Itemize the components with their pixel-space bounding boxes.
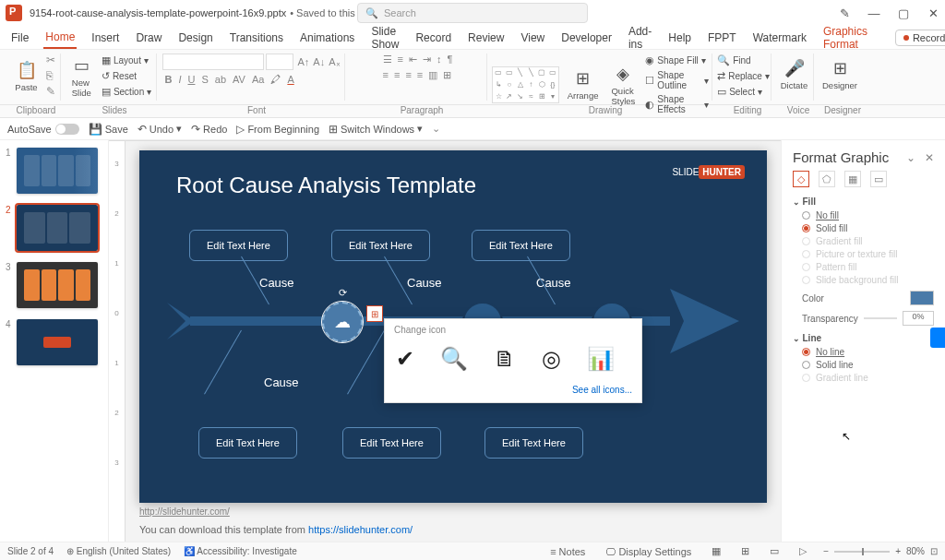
fit-to-window-icon[interactable]: ⊡ (930, 546, 938, 556)
tab-watermark[interactable]: Watermark (751, 28, 808, 48)
cause-label-2[interactable]: Cause (407, 276, 442, 290)
copy-icon[interactable]: ⎘ (46, 69, 55, 82)
indent-more-icon[interactable]: ⇥ (421, 54, 433, 66)
target-icon[interactable]: ◎ (542, 346, 561, 372)
line-solid[interactable]: Solid line (802, 360, 934, 370)
strike-icon[interactable]: S (199, 74, 209, 85)
numbering-icon[interactable]: ≡ (396, 54, 405, 66)
underline-icon[interactable]: U (186, 74, 197, 85)
graphic-options-button[interactable]: ⊞ (366, 305, 383, 322)
slide-counter[interactable]: Slide 2 of 4 (7, 546, 54, 556)
font-color-icon[interactable]: A (285, 74, 295, 85)
side-panel-tab[interactable] (930, 328, 945, 348)
font-family-dropdown[interactable] (162, 54, 264, 70)
undo-button[interactable]: ↶Undo ▾ (138, 123, 182, 136)
bullets-icon[interactable]: ☰ (381, 54, 394, 66)
line-spacing-icon[interactable]: ↕ (435, 54, 444, 66)
shape-outline-button[interactable]: ☐Shape Outline ▾ (643, 69, 710, 91)
minimize-icon[interactable]: — (867, 6, 880, 20)
fill-no-fill[interactable]: No fill (802, 210, 934, 220)
display-settings-button[interactable]: 🖵 Display Settings (602, 544, 695, 559)
color-swatch[interactable] (910, 291, 934, 305)
highlight-icon[interactable]: 🖍 (269, 74, 282, 85)
close-icon[interactable]: ✕ (927, 6, 939, 20)
zoom-in-icon[interactable]: + (895, 546, 901, 556)
layout-button[interactable]: ▦Layout ▾ (100, 54, 153, 67)
reset-button[interactable]: ↺Reset (100, 69, 153, 83)
effects-tab-icon[interactable]: ⬠ (819, 171, 835, 187)
file-name[interactable]: 9154-root-cause-analysis-template-powerp… (30, 7, 286, 18)
align-right-icon[interactable]: ≡ (403, 69, 413, 81)
redo-button[interactable]: ↷Redo (191, 123, 227, 136)
increase-font-icon[interactable]: A↑ (295, 56, 311, 67)
bold-icon[interactable]: B (162, 74, 173, 85)
justify-icon[interactable]: ≡ (415, 69, 425, 81)
tab-design[interactable]: Design (176, 28, 214, 48)
autosave-toggle[interactable]: AutoSave (7, 124, 79, 135)
magnifier-icon[interactable]: 🔍 (440, 346, 468, 372)
decrease-font-icon[interactable]: A↓ (311, 56, 327, 67)
textbox-3[interactable]: Edit Text Here (472, 230, 570, 261)
align-center-icon[interactable]: ≡ (392, 69, 401, 81)
accessibility-indicator[interactable]: ♿ Accessibility: Investigate (184, 546, 297, 556)
tab-animations[interactable]: Animations (298, 28, 356, 48)
fill-section-header[interactable]: Fill (793, 197, 934, 207)
select-button[interactable]: ▭Select ▾ (715, 85, 772, 99)
sorter-view-icon[interactable]: ⊞ (737, 543, 753, 559)
zoom-out-icon[interactable]: − (823, 546, 829, 556)
fill-solid[interactable]: Solid fill (802, 223, 934, 233)
find-button[interactable]: 🔍Find (715, 54, 772, 67)
notes-link[interactable]: https://slidehunter.com/ (308, 524, 413, 535)
italic-icon[interactable]: I (176, 74, 183, 85)
text-direction-icon[interactable]: ¶ (446, 54, 455, 66)
replace-button[interactable]: ⇄Replace ▾ (715, 69, 772, 83)
fill-tab-icon[interactable]: ◇ (793, 171, 809, 187)
tab-home[interactable]: Home (43, 27, 77, 49)
designer-button[interactable]: ⊞Designer (818, 54, 862, 94)
tab-draw[interactable]: Draw (134, 28, 163, 48)
thumbnail-4[interactable]: 4 (6, 319, 102, 365)
tab-review[interactable]: Review (466, 28, 506, 48)
columns-icon[interactable]: ▥ (426, 69, 439, 81)
slide-footer-link[interactable]: http://slidehunter.com/ (139, 506, 767, 517)
tab-record[interactable]: Record (413, 28, 453, 48)
textbox-4[interactable]: Edit Text Here (198, 427, 297, 459)
thumbnail-2[interactable]: 2 (6, 205, 102, 251)
tab-help[interactable]: Help (666, 28, 693, 48)
thumbnail-1[interactable]: 1 (6, 148, 102, 194)
case-icon[interactable]: Aa (250, 74, 266, 85)
cause-label-1[interactable]: Cause (259, 276, 294, 290)
slide-title[interactable]: Root Cause Analysis Template (176, 173, 476, 198)
spacing-icon[interactable]: AV (231, 74, 247, 85)
tab-fppt[interactable]: FPPT (706, 28, 738, 48)
shape-effects-button[interactable]: ◐Shape Effects ▾ (643, 93, 710, 115)
notes-button[interactable]: ≡ Notes (546, 544, 589, 559)
slide-viewport[interactable]: Root Cause Analysis Template SLIDEHUNTER (126, 141, 781, 544)
line-section-header[interactable]: Line (793, 333, 934, 343)
cause-label-4[interactable]: Cause (264, 375, 299, 389)
slideshow-view-icon[interactable]: ▷ (795, 543, 810, 559)
qat-more-icon[interactable]: ⌄ (432, 123, 440, 135)
shadow-icon[interactable]: ab (213, 74, 228, 85)
reading-view-icon[interactable]: ▭ (766, 543, 783, 559)
shape-fill-button[interactable]: ◉Shape Fill ▾ (643, 54, 710, 67)
paste-button[interactable]: 📋Paste (10, 55, 42, 96)
zoom-slider[interactable] (834, 551, 890, 553)
graphic-icon-selected[interactable]: ☁ ⟳ ⊞ (322, 302, 363, 342)
maximize-icon[interactable]: ▢ (897, 6, 910, 20)
notes-text[interactable]: You can download this template from http… (139, 524, 767, 535)
panel-dropdown-icon[interactable]: ⌄ (906, 151, 915, 164)
rotate-handle-icon[interactable]: ⟳ (339, 287, 347, 299)
tab-developer[interactable]: Developer (559, 28, 614, 48)
dictate-button[interactable]: 🎤Dictate (776, 54, 813, 94)
quick-styles-button[interactable]: ◈Quick Styles (606, 65, 640, 105)
zoom-level[interactable]: 80% (906, 546, 925, 556)
document-icon[interactable]: 🗎 (494, 346, 516, 372)
textbox-2[interactable]: Edit Text Here (331, 230, 430, 261)
indent-less-icon[interactable]: ⇤ (407, 54, 419, 66)
save-button[interactable]: 💾Save (89, 123, 128, 136)
transparency-slider[interactable] (864, 317, 897, 319)
textbox-5[interactable]: Edit Text Here (342, 427, 441, 459)
panel-close-icon[interactable]: ✕ (925, 151, 934, 164)
cut-icon[interactable]: ✂ (46, 54, 55, 66)
